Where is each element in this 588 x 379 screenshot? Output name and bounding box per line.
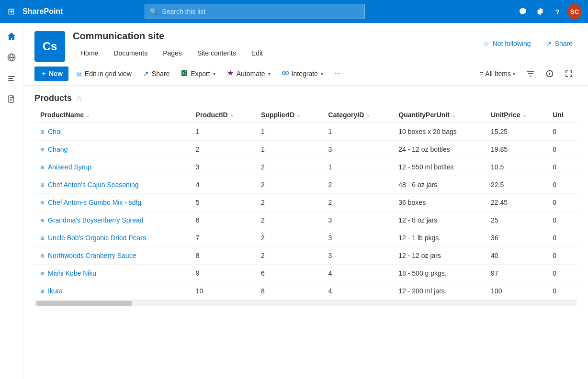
col-header-product-id[interactable]: ProductID ⌄ — [190, 107, 255, 123]
product-name-link[interactable]: Ikura — [48, 287, 63, 295]
table-row[interactable]: ⊞Grandma's Boysenberry Spread62312 - 8 o… — [34, 212, 577, 229]
row-expand-icon[interactable]: ⊞ — [40, 253, 44, 258]
chat-icon-btn[interactable] — [515, 4, 531, 19]
sort-icon-unit-price: ⌄ — [522, 112, 526, 118]
edit-grid-view-button[interactable]: ⊞ Edit in grid view — [72, 67, 136, 80]
product-name-link[interactable]: Uncle Bob's Organic Dried Pears — [48, 234, 146, 242]
cell-unitprice: 25 — [485, 212, 547, 229]
search-input[interactable] — [162, 8, 360, 15]
cell-uni: 0 — [547, 141, 577, 158]
cell-product-name: ⊞Aniseed Syrup — [34, 158, 190, 176]
col-header-category-id[interactable]: CategoryID ⌄ — [323, 107, 393, 123]
table-row[interactable]: ⊞Uncle Bob's Organic Dried Pears72312 - … — [34, 229, 577, 247]
cell-quantityperunit: 12 - 200 ml jars. — [393, 282, 485, 300]
table-row[interactable]: ⊞Chai11110 boxes x 20 bags15.250 — [34, 123, 577, 141]
cell-quantityperunit: 36 boxes — [393, 194, 485, 212]
table-row[interactable]: ⊞Northwoods Cranberry Sauce82312 - 12 oz… — [34, 247, 577, 265]
col-header-unit-price[interactable]: UnitPrice ⌄ — [485, 107, 547, 123]
row-expand-icon[interactable]: ⊞ — [40, 218, 44, 223]
sort-icon-category-id: ⌄ — [366, 112, 370, 118]
cell-unitprice: 100 — [485, 282, 547, 300]
row-expand-icon[interactable]: ⊞ — [40, 129, 44, 134]
site-title: Communication site — [73, 31, 271, 42]
horizontal-scrollbar[interactable] — [34, 300, 577, 306]
row-expand-icon[interactable]: ⊞ — [40, 235, 44, 241]
nav-item-home[interactable]: Home — [73, 45, 106, 62]
new-button[interactable]: ＋ New — [34, 67, 68, 81]
product-name-link[interactable]: Aniseed Syrup — [48, 163, 91, 171]
table-row[interactable]: ⊞Ikura108412 - 200 ml jars.1000 — [34, 282, 577, 300]
cell-categoryid: 4 — [323, 282, 393, 300]
more-button[interactable]: ··· — [331, 67, 345, 81]
export-button[interactable]: Export ▾ — [177, 67, 219, 81]
help-icon-btn[interactable]: ? — [550, 4, 565, 19]
table-row[interactable]: ⊞Chang21324 - 12 oz bottles19.850 — [34, 141, 577, 158]
sidebar-item-home[interactable] — [2, 27, 21, 46]
product-name-link[interactable]: Chai — [48, 128, 62, 135]
col-header-supplier-id[interactable]: SupplierID ⌄ — [255, 107, 323, 123]
row-expand-icon[interactable]: ⊞ — [40, 165, 44, 170]
search-bar[interactable]: 🔍 — [145, 4, 365, 19]
settings-icon-btn[interactable] — [532, 4, 548, 19]
cell-uni: 0 — [547, 282, 577, 300]
cell-quantityperunit: 48 - 6 oz jars — [393, 176, 485, 194]
sidebar-item-pages[interactable] — [2, 90, 21, 109]
table-row[interactable]: ⊞Mishi Kobe Niku96418 - 500 g pkgs.970 — [34, 265, 577, 282]
product-name-link[interactable]: Mishi Kobe Niku — [48, 269, 96, 277]
integrate-label: Integrate — [292, 70, 318, 78]
table-row[interactable]: ⊞Aniseed Syrup32112 - 550 ml bottles10.5… — [34, 158, 577, 176]
nav-item-site-contents[interactable]: Site contents — [190, 45, 244, 62]
share-icon: ↗ — [546, 40, 552, 47]
share-cmd-button[interactable]: ↗ Share — [139, 67, 173, 80]
col-header-uni[interactable]: Uni — [547, 107, 577, 123]
waffle-icon[interactable]: ⊞ — [6, 4, 17, 19]
list-title: Products — [34, 93, 72, 103]
product-name-link[interactable]: Chef Anton's Cajun Seasoning — [48, 181, 138, 189]
share-button[interactable]: ↗ Share — [543, 38, 577, 49]
all-items-button[interactable]: ≡ All Items ▾ — [475, 67, 519, 80]
cell-quantityperunit: 12 - 12 oz jars — [393, 247, 485, 265]
row-expand-icon[interactable]: ⊞ — [40, 147, 44, 152]
row-expand-icon[interactable]: ⊞ — [40, 289, 44, 294]
expand-button[interactable] — [561, 66, 577, 81]
nav-item-edit[interactable]: Edit — [244, 45, 271, 62]
cell-supplierid: 2 — [255, 194, 323, 212]
site-header-left: Cs Communication site Home Documents Pag… — [34, 31, 271, 62]
grid-icon: ⊞ — [76, 70, 82, 78]
row-expand-icon[interactable]: ⊞ — [40, 200, 44, 205]
nav-item-pages[interactable]: Pages — [155, 45, 190, 62]
cell-categoryid: 3 — [323, 247, 393, 265]
svg-rect-9 — [286, 72, 288, 74]
sidebar-item-sites[interactable] — [2, 48, 21, 67]
avatar[interactable]: SC — [567, 4, 582, 19]
table-row[interactable]: ⊞Chef Anton-s Gumbo Mix - sdfg52236 boxe… — [34, 194, 577, 212]
product-name-link[interactable]: Grandma's Boysenberry Spread — [48, 216, 144, 224]
automate-button[interactable]: Automate ▾ — [223, 67, 274, 81]
svg-rect-4 — [8, 78, 13, 79]
sidebar-item-feed[interactable] — [2, 69, 21, 88]
nav-item-documents[interactable]: Documents — [106, 45, 155, 62]
horizontal-scrollbar-thumb[interactable] — [36, 301, 132, 306]
topbar: ⊞ SharePoint 🔍 ? SC — [0, 0, 588, 23]
product-name-link[interactable]: Chang — [48, 145, 68, 153]
product-name-link[interactable]: Northwoods Cranberry Sauce — [48, 252, 136, 259]
product-name-link[interactable]: Chef Anton-s Gumbo Mix - sdfg — [48, 199, 141, 206]
filter-button[interactable] — [523, 66, 538, 81]
col-header-product-name[interactable]: ProductName ⌄ — [34, 107, 190, 123]
info-button[interactable] — [542, 66, 557, 81]
sort-icon-product-name: ⌄ — [86, 112, 90, 118]
site-header: Cs Communication site Home Documents Pag… — [23, 23, 588, 62]
cell-supplierid: 2 — [255, 229, 323, 247]
list-favorite-icon[interactable]: ☆ — [76, 94, 82, 103]
cell-supplierid: 1 — [255, 141, 323, 158]
automate-label: Automate — [237, 70, 265, 78]
new-label: New — [49, 70, 63, 78]
cell-uni: 0 — [547, 212, 577, 229]
not-following-button[interactable]: ☆ Not following — [479, 38, 534, 49]
cell-categoryid: 3 — [323, 229, 393, 247]
row-expand-icon[interactable]: ⊞ — [40, 182, 44, 188]
table-row[interactable]: ⊞Chef Anton's Cajun Seasoning42248 - 6 o… — [34, 176, 577, 194]
integrate-button[interactable]: Integrate ▾ — [278, 67, 327, 81]
col-header-quantity-per-unit[interactable]: QuantityPerUnit ⌄ — [393, 107, 485, 123]
row-expand-icon[interactable]: ⊞ — [40, 271, 44, 276]
